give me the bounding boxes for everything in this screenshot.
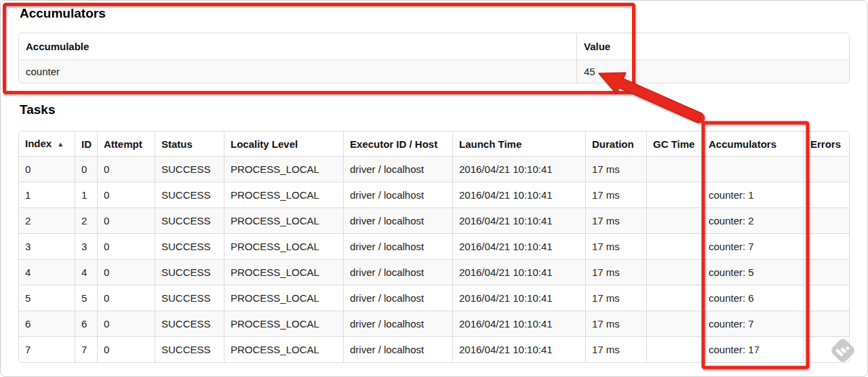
cell-accumulators: counter: 2: [703, 208, 804, 234]
cell-errors: [804, 311, 850, 337]
column-header-label: Duration: [592, 138, 634, 150]
cell-index: 2: [19, 208, 75, 234]
column-header-label: Accumulable: [26, 41, 89, 52]
cell-locality-level: PROCESS_LOCAL: [224, 182, 344, 208]
column-header-label: Accumulators: [709, 138, 776, 150]
cell-executor-id-host: driver / localhost: [344, 234, 453, 260]
column-header-label: ID: [81, 138, 92, 150]
column-header-label: Attempt: [104, 138, 142, 150]
cell-executor-id-host: driver / localhost: [344, 208, 453, 234]
cell-duration: 17 ms: [586, 182, 647, 208]
column-header-label: Executor ID / Host: [350, 138, 437, 150]
cell-duration: 17 ms: [586, 285, 647, 311]
cell-duration: 17 ms: [586, 260, 647, 285]
column-header-errors[interactable]: Errors: [804, 132, 850, 157]
cell-attempt: 0: [98, 285, 155, 311]
cell-gc-time: [647, 285, 703, 311]
cell-index: 1: [19, 182, 75, 208]
tasks-section: Tasks Index▲IDAttemptStatusLocality Leve…: [18, 101, 850, 363]
column-header-locality-level[interactable]: Locality Level: [224, 132, 344, 157]
cell-gc-time: [647, 337, 703, 362]
cell-locality-level: PROCESS_LOCAL: [224, 311, 344, 337]
cell-id: 1: [75, 182, 98, 208]
column-header-duration[interactable]: Duration: [586, 132, 647, 157]
cell-errors: [804, 260, 850, 285]
cell-status: SUCCESS: [155, 311, 224, 337]
cell-launch-time: 2016/04/21 10:10:41: [453, 208, 586, 234]
column-header-value[interactable]: Value: [577, 33, 850, 60]
cell-executor-id-host: driver / localhost: [344, 260, 453, 285]
table-row: 770SUCCESSPROCESS_LOCALdriver / localhos…: [19, 337, 850, 362]
cell-attempt: 0: [98, 234, 155, 260]
column-header-accumulators[interactable]: Accumulators: [703, 132, 804, 157]
column-header-status[interactable]: Status: [155, 132, 224, 157]
table-row: 550SUCCESSPROCESS_LOCALdriver / localhos…: [19, 285, 850, 311]
cell-accumulators: counter: 7: [703, 234, 804, 260]
cell-accumulators: counter: 1: [703, 182, 804, 208]
column-header-attempt[interactable]: Attempt: [98, 132, 155, 157]
cell-locality-level: PROCESS_LOCAL: [224, 260, 344, 285]
cell-launch-time: 2016/04/21 10:10:41: [453, 337, 586, 362]
cell-errors: [804, 182, 850, 208]
cell-executor-id-host: driver / localhost: [344, 182, 453, 208]
cell-errors: [804, 285, 850, 311]
cell-accumulators: counter: 17: [703, 337, 804, 362]
cell-status: SUCCESS: [155, 208, 224, 234]
cell-index: 7: [19, 337, 75, 362]
cell-errors: [804, 208, 850, 234]
cell-executor-id-host: driver / localhost: [344, 337, 453, 362]
cell-accumulators: counter: 6: [703, 285, 804, 311]
cell-accumulators: counter: 7: [703, 311, 804, 337]
cell-id: 2: [75, 208, 98, 234]
cell-duration: 17 ms: [586, 234, 647, 260]
cell-locality-level: PROCESS_LOCAL: [224, 157, 344, 182]
table-row: 660SUCCESSPROCESS_LOCALdriver / localhos…: [19, 311, 850, 337]
cell-duration: 17 ms: [586, 208, 647, 234]
table-row: 000SUCCESSPROCESS_LOCALdriver / localhos…: [19, 157, 850, 182]
cell-locality-level: PROCESS_LOCAL: [224, 208, 344, 234]
spark-stage-page: Accumulators AccumulableValue counter45 …: [0, 0, 868, 377]
cell-errors: [804, 337, 850, 362]
cell-attempt: 0: [98, 311, 155, 337]
cell-locality-level: PROCESS_LOCAL: [224, 234, 344, 260]
table-row: counter45: [19, 60, 850, 83]
cell-accumulators: [703, 157, 804, 182]
cell-id: 3: [75, 234, 98, 260]
cell-status: SUCCESS: [155, 260, 224, 285]
cell-gc-time: [647, 157, 703, 182]
cell-index: 5: [19, 285, 75, 311]
column-header-label: Errors: [810, 138, 841, 150]
cell-status: SUCCESS: [155, 337, 224, 362]
cell-id: 4: [75, 260, 98, 285]
table-row: 330SUCCESSPROCESS_LOCALdriver / localhos…: [19, 234, 850, 260]
sort-ascending-icon: ▲: [57, 140, 64, 148]
tasks-heading: Tasks: [20, 101, 850, 119]
column-header-launch-time[interactable]: Launch Time: [453, 132, 586, 157]
column-header-index[interactable]: Index▲: [19, 132, 75, 157]
table-row: 220SUCCESSPROCESS_LOCALdriver / localhos…: [19, 208, 850, 234]
cell-launch-time: 2016/04/21 10:10:41: [453, 234, 586, 260]
cell-duration: 17 ms: [586, 337, 647, 362]
column-header-gc-time[interactable]: GC Time: [647, 132, 703, 157]
cell-status: SUCCESS: [155, 285, 224, 311]
cell-duration: 17 ms: [586, 311, 647, 337]
column-header-label: Status: [161, 138, 193, 150]
cell-locality-level: PROCESS_LOCAL: [224, 285, 344, 311]
column-header-label: Value: [584, 41, 610, 52]
column-header-executor-id-host[interactable]: Executor ID / Host: [344, 132, 453, 157]
cell-id: 7: [75, 337, 98, 362]
cell-gc-time: [647, 182, 703, 208]
cell-index: 0: [19, 157, 75, 182]
tasks-table-wrap: Index▲IDAttemptStatusLocality LevelExecu…: [18, 131, 850, 363]
cell-gc-time: [647, 208, 703, 234]
column-header-accumulable[interactable]: Accumulable: [19, 33, 577, 60]
cell-accumulable: counter: [19, 60, 577, 83]
cell-executor-id-host: driver / localhost: [344, 157, 453, 182]
accumulators-section: Accumulators AccumulableValue counter45: [18, 5, 850, 83]
cell-index: 3: [19, 234, 75, 260]
accumulators-heading: Accumulators: [20, 5, 850, 22]
cell-errors: [804, 157, 850, 182]
cell-status: SUCCESS: [155, 234, 224, 260]
tasks-table: Index▲IDAttemptStatusLocality LevelExecu…: [19, 132, 850, 362]
column-header-id[interactable]: ID: [75, 132, 98, 157]
